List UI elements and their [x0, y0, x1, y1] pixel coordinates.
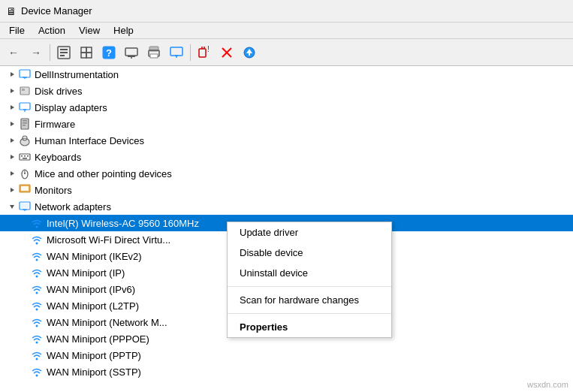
tree-item-mice[interactable]: Mice and other pointing devices	[0, 165, 573, 182]
tree-icon-wan-ikev2	[30, 250, 44, 262]
tree-icon-dell	[18, 68, 32, 80]
svg-marker-39	[11, 122, 14, 126]
forward-button[interactable]: →	[26, 42, 47, 63]
menu-view[interactable]: View	[73, 23, 106, 38]
properties-button[interactable]	[53, 42, 74, 63]
svg-point-69	[36, 292, 38, 294]
tree-toggle-display[interactable]	[6, 101, 18, 113]
svg-point-74	[36, 375, 38, 377]
tree-toggle-wan-ipv6	[18, 283, 30, 295]
svg-marker-47	[11, 155, 14, 159]
tree-icon-monitors	[18, 184, 32, 196]
tree-icon-wan-sstp	[30, 366, 44, 378]
tree-label-display: Display adapters	[35, 102, 107, 113]
context-menu-item-scan-hardware[interactable]: Scan for hardware changes	[228, 290, 391, 310]
monitor-button[interactable]	[166, 42, 187, 63]
tree-toggle-dell[interactable]	[6, 68, 18, 80]
menu-help[interactable]: Help	[107, 23, 140, 38]
context-menu-item-uninstall-device[interactable]: Uninstall device	[228, 263, 391, 283]
svg-point-66	[36, 243, 38, 245]
tree-label-wan-pppoe: WAN Miniport (PPPOE)	[47, 333, 149, 345]
tree-item-dell[interactable]: DellInstrumentation	[0, 66, 573, 83]
print-button[interactable]	[143, 42, 164, 63]
title-bar-text: Device Manager	[21, 5, 92, 17]
help-button[interactable]: ?	[98, 42, 119, 63]
tree-icon-wan-l2tp	[30, 300, 44, 312]
svg-rect-27	[249, 53, 250, 56]
svg-rect-5	[86, 47, 92, 53]
context-menu: Update driverDisable deviceUninstall dev…	[227, 222, 392, 338]
tree-icon-intel-wifi	[30, 217, 44, 229]
tree-label-network: Network adapters	[35, 201, 111, 213]
tree-icon-network	[18, 201, 32, 213]
tree-toggle-wan-pppoe	[18, 333, 30, 345]
svg-point-45	[20, 138, 29, 146]
svg-marker-53	[11, 171, 14, 176]
tree-toggle-network[interactable]	[6, 201, 18, 213]
svg-point-73	[36, 358, 38, 360]
watermark: wsxdn.com	[527, 380, 568, 389]
svg-rect-59	[21, 186, 29, 191]
menu-file[interactable]: File	[3, 23, 31, 38]
tree-icon-hid	[18, 134, 32, 146]
svg-rect-34	[22, 89, 25, 91]
view-button[interactable]	[76, 42, 97, 63]
tree-item-disk[interactable]: Disk drives	[0, 83, 573, 99]
svg-rect-29	[20, 70, 30, 77]
tree-item-network[interactable]: Network adapters	[0, 198, 573, 215]
title-bar-icon: 🖥	[6, 5, 17, 17]
tree-label-keyboards: Keyboards	[35, 152, 81, 163]
tree-icon-display	[18, 101, 32, 113]
tree-icon-keyboards	[18, 151, 32, 163]
tree-toggle-ms-wifi	[18, 234, 30, 246]
tree-toggle-mice[interactable]	[6, 167, 18, 179]
svg-rect-64	[21, 204, 29, 208]
tree-item-hid[interactable]: Human Interface Devices	[0, 132, 573, 149]
context-menu-item-update-driver[interactable]: Update driver	[228, 222, 391, 243]
tree-icon-firmware	[18, 118, 32, 130]
tree-toggle-firmware[interactable]	[6, 118, 18, 130]
tree-item-wan-sstp[interactable]: WAN Miniport (SSTP)	[0, 363, 573, 380]
tree-label-intel-wifi: Intel(R) Wireless-AC 9560 160MHz	[47, 218, 199, 229]
svg-rect-11	[128, 56, 135, 57]
tree-toggle-keyboards[interactable]	[6, 151, 18, 163]
svg-marker-28	[11, 72, 14, 77]
svg-rect-4	[81, 47, 86, 53]
tree-toggle-monitors[interactable]	[6, 184, 18, 196]
svg-point-67	[36, 259, 38, 261]
uninstall-button[interactable]	[216, 42, 237, 63]
tree-label-wan-l2tp: WAN Miniport (L2TP)	[47, 300, 139, 312]
devmgr-button[interactable]	[121, 42, 142, 63]
scan-button[interactable]: !	[194, 42, 215, 63]
back-button[interactable]: ←	[3, 42, 24, 63]
tree-icon-wan-ipv6	[30, 283, 44, 295]
svg-rect-36	[20, 103, 30, 110]
update-button[interactable]	[239, 42, 260, 63]
menu-action[interactable]: Action	[32, 23, 71, 38]
context-menu-separator	[228, 313, 391, 314]
svg-rect-16	[170, 47, 182, 56]
svg-rect-51	[27, 155, 29, 157]
title-bar: 🖥 Device Manager	[0, 0, 573, 23]
tree-item-firmware[interactable]: Firmware	[0, 116, 573, 132]
svg-point-68	[36, 276, 38, 278]
context-menu-item-disable-device[interactable]: Disable device	[228, 243, 391, 263]
tree-item-keyboards[interactable]: Keyboards	[0, 149, 573, 165]
context-menu-item-properties[interactable]: Properties	[228, 317, 391, 337]
tree-item-wan-pptp[interactable]: WAN Miniport (PPTP)	[0, 347, 573, 363]
tree-label-firmware: Firmware	[35, 119, 75, 130]
tree-label-wan-ikev2: WAN Miniport (IKEv2)	[47, 251, 142, 262]
tree-toggle-disk[interactable]	[6, 85, 18, 97]
tree-item-monitors[interactable]: Monitors	[0, 182, 573, 198]
svg-rect-48	[20, 154, 30, 160]
tree-label-monitors: Monitors	[35, 185, 72, 196]
tree-toggle-hid[interactable]	[6, 134, 18, 146]
svg-rect-15	[150, 54, 158, 58]
svg-rect-41	[23, 120, 27, 122]
tree-label-mice: Mice and other pointing devices	[35, 168, 172, 179]
tree-item-display[interactable]: Display adapters	[0, 99, 573, 116]
svg-rect-33	[20, 87, 29, 95]
tree-label-wan-ip: WAN Miniport (IP)	[47, 267, 125, 279]
tree-label-wan-sstp: WAN Miniport (SSTP)	[47, 366, 141, 378]
svg-rect-6	[81, 53, 86, 58]
